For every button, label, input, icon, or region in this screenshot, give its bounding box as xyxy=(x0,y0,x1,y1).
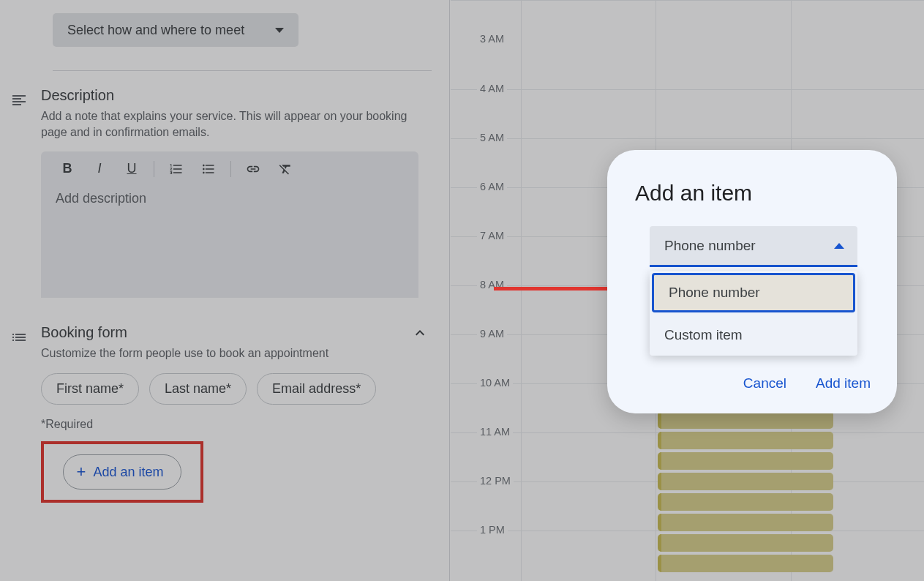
cancel-button[interactable]: Cancel xyxy=(743,375,786,391)
selected-value: Phone number xyxy=(664,238,756,254)
dialog-title: Add an item xyxy=(635,181,869,206)
item-type-select[interactable]: Phone number xyxy=(650,226,857,267)
dropdown-option-custom[interactable]: Custom item xyxy=(650,315,857,356)
item-type-dropdown: Phone number Custom item xyxy=(650,271,857,356)
caret-up-icon xyxy=(834,243,844,249)
add-item-dialog: Add an item Phone number Phone number Cu… xyxy=(607,150,897,413)
dropdown-option-phone[interactable]: Phone number xyxy=(652,273,855,312)
add-item-confirm-button[interactable]: Add item xyxy=(816,375,871,391)
